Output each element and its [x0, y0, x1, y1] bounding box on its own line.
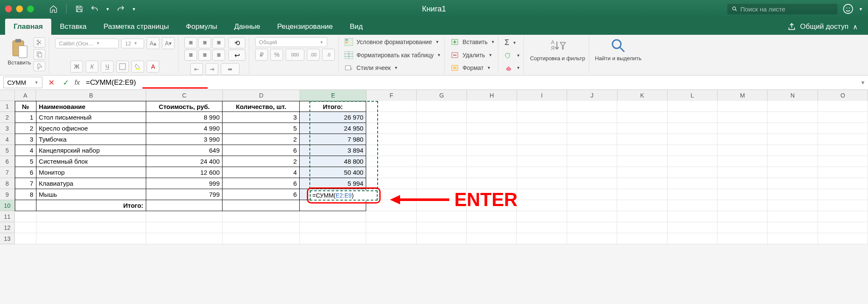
- cell[interactable]: 5 994: [300, 178, 366, 189]
- cell[interactable]: [467, 145, 517, 156]
- cell[interactable]: №: [15, 101, 36, 112]
- format-cells-button[interactable]: Формат▼: [451, 63, 491, 73]
- cell[interactable]: 4 990: [146, 123, 223, 134]
- cell[interactable]: [668, 211, 718, 222]
- cell[interactable]: [668, 178, 718, 189]
- row-header-12[interactable]: 12: [0, 222, 15, 233]
- row-header-8[interactable]: 8: [0, 178, 15, 189]
- row-header-6[interactable]: 6: [0, 156, 15, 167]
- cell[interactable]: 24 400: [146, 156, 223, 167]
- cell[interactable]: [517, 178, 567, 189]
- cell[interactable]: [146, 211, 223, 222]
- cell[interactable]: [617, 167, 667, 178]
- cell[interactable]: Количество, шт.: [223, 101, 300, 112]
- borders-button[interactable]: [116, 61, 129, 73]
- cell[interactable]: [768, 101, 818, 112]
- cell[interactable]: [668, 189, 718, 200]
- cell[interactable]: [768, 222, 818, 233]
- cell[interactable]: [818, 145, 868, 156]
- cell[interactable]: [467, 211, 517, 222]
- cell[interactable]: [300, 233, 366, 244]
- cell[interactable]: [818, 233, 868, 244]
- cell[interactable]: [417, 233, 467, 244]
- save-icon[interactable]: [75, 5, 83, 13]
- cell[interactable]: [517, 112, 567, 123]
- cell[interactable]: [366, 134, 416, 145]
- fx-label[interactable]: fx: [75, 79, 80, 86]
- cell[interactable]: 3: [223, 112, 300, 123]
- cell[interactable]: [467, 222, 517, 233]
- cell[interactable]: [567, 134, 617, 145]
- redo-dropdown-icon[interactable]: ▼: [132, 7, 136, 11]
- row-header-11[interactable]: 11: [0, 211, 15, 222]
- cell[interactable]: [517, 156, 567, 167]
- cell[interactable]: [517, 134, 567, 145]
- row-header-10[interactable]: 10: [0, 200, 15, 211]
- cell[interactable]: 3 990: [146, 134, 223, 145]
- cell[interactable]: [366, 101, 416, 112]
- align-top-button[interactable]: ≡: [184, 37, 197, 48]
- cell[interactable]: [417, 211, 467, 222]
- cell[interactable]: [818, 156, 868, 167]
- cell[interactable]: Системный блок: [36, 156, 146, 167]
- tab-formulas[interactable]: Формулы: [178, 19, 226, 35]
- cell[interactable]: [223, 222, 300, 233]
- tab-insert[interactable]: Вставка: [51, 19, 95, 35]
- cell[interactable]: [417, 145, 467, 156]
- cell[interactable]: 649: [146, 145, 223, 156]
- cell[interactable]: Стол письменный: [36, 112, 146, 123]
- cell[interactable]: [366, 156, 416, 167]
- share-button[interactable]: Общий доступ ∧: [782, 19, 863, 35]
- cell[interactable]: 3 894: [300, 145, 366, 156]
- tab-layout[interactable]: Разметка страницы: [95, 19, 177, 35]
- cell[interactable]: [617, 112, 667, 123]
- cell[interactable]: Наименование: [36, 101, 146, 112]
- col-header-M[interactable]: M: [718, 90, 768, 101]
- cell[interactable]: 6: [15, 167, 36, 178]
- cell[interactable]: [517, 167, 567, 178]
- number-format-select[interactable]: Общий▼: [255, 37, 327, 47]
- bold-button[interactable]: Ж: [70, 61, 83, 73]
- search-input[interactable]: [740, 6, 833, 13]
- row-header-1[interactable]: 1: [0, 101, 15, 112]
- cell[interactable]: [36, 233, 146, 244]
- cell[interactable]: [668, 167, 718, 178]
- align-left-button[interactable]: ≡: [184, 50, 197, 61]
- spreadsheet-grid[interactable]: A B C D E F G H I J K L M N O 1№Наименов…: [0, 90, 868, 244]
- cell[interactable]: [517, 101, 567, 112]
- cell[interactable]: Клавиатура: [36, 178, 146, 189]
- cell[interactable]: 6: [223, 178, 300, 189]
- cell[interactable]: [567, 189, 617, 200]
- cell[interactable]: [768, 178, 818, 189]
- cell[interactable]: [668, 112, 718, 123]
- cell[interactable]: [718, 167, 768, 178]
- format-as-table-button[interactable]: Форматировать как таблицу▼: [345, 50, 441, 60]
- cell[interactable]: [617, 222, 667, 233]
- undo-icon[interactable]: [90, 5, 99, 13]
- cell[interactable]: [417, 167, 467, 178]
- cell[interactable]: 799: [146, 189, 223, 200]
- cell[interactable]: [567, 222, 617, 233]
- cell[interactable]: [818, 167, 868, 178]
- cell[interactable]: [668, 101, 718, 112]
- cell[interactable]: Итого:: [36, 200, 146, 211]
- insert-cells-button[interactable]: Вставить▼: [451, 37, 495, 47]
- cell[interactable]: Мышь: [36, 189, 146, 200]
- col-header-E[interactable]: E: [300, 90, 367, 101]
- cell[interactable]: 6: [223, 189, 300, 200]
- cell[interactable]: [668, 222, 718, 233]
- cell[interactable]: [668, 200, 718, 211]
- cell[interactable]: [567, 123, 617, 134]
- cell[interactable]: [617, 101, 667, 112]
- cell[interactable]: [567, 167, 617, 178]
- cell[interactable]: [467, 167, 517, 178]
- cell[interactable]: [768, 211, 818, 222]
- tab-data[interactable]: Данные: [226, 19, 269, 35]
- decrease-decimal-button[interactable]: .0: [322, 49, 335, 61]
- cell[interactable]: 5: [15, 156, 36, 167]
- cell[interactable]: [366, 233, 416, 244]
- cell[interactable]: [467, 112, 517, 123]
- cut-button[interactable]: [33, 37, 45, 47]
- cell[interactable]: [768, 123, 818, 134]
- cell[interactable]: [567, 211, 617, 222]
